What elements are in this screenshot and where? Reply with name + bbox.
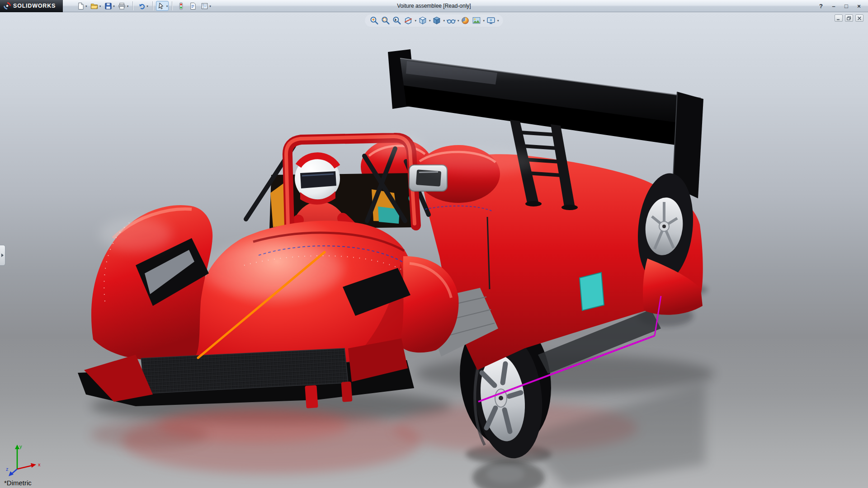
magnified-selection-icon (392, 16, 401, 25)
undo-button[interactable] (137, 1, 146, 10)
view-orientation-label: *Dimetric (4, 479, 32, 487)
help-button[interactable]: ? (816, 1, 826, 11)
document-close-icon (857, 16, 862, 20)
brand-name: SOLIDWORKS (13, 3, 56, 9)
printer-icon (118, 2, 126, 10)
hide-show-items-button[interactable] (446, 15, 456, 26)
race-car-model[interactable] (0, 12, 868, 488)
solidworks-window: SOLIDWORKS ▾ ▾ ▾ ▾ (0, 0, 868, 488)
undo-arrow-icon (138, 2, 146, 10)
options-button[interactable] (200, 1, 209, 10)
featuremanager-collapse-tab[interactable] (0, 245, 5, 266)
z-axis-label: z (6, 466, 9, 472)
open-document-button[interactable] (90, 1, 99, 10)
view-settings-button[interactable] (486, 15, 496, 26)
appearance-ball-icon (461, 16, 470, 25)
save-floppy-icon (104, 2, 112, 10)
expand-arrow-icon (1, 253, 4, 258)
orientation-triad: x y z (5, 443, 44, 476)
open-folder-icon (90, 2, 98, 10)
window-controls: ? – □ × (816, 0, 864, 12)
display-style-icon (432, 16, 441, 25)
graphics-viewport[interactable]: ▾ ▾ ▾ ▾ ▾ ▾ (0, 12, 868, 488)
section-view-button[interactable] (403, 15, 413, 26)
rebuild-button[interactable] (176, 1, 185, 10)
apply-scene-icon (472, 16, 481, 25)
section-view-caret[interactable]: ▾ (415, 19, 416, 22)
zoom-to-fit-button[interactable] (369, 15, 379, 26)
section-view-icon (403, 16, 413, 25)
document-restore-button[interactable] (845, 14, 853, 22)
x-axis (17, 465, 33, 469)
new-document-icon (77, 2, 85, 10)
display-style-button[interactable] (431, 15, 442, 26)
side-teal-panel[interactable] (580, 272, 604, 310)
solidworks-logo: SOLIDWORKS (0, 0, 63, 12)
new-document-button[interactable] (76, 1, 85, 10)
x-axis-label: x (38, 462, 41, 467)
open-dropdown-caret[interactable]: ▾ (99, 5, 101, 8)
print-button[interactable] (118, 1, 127, 10)
file-properties-icon (189, 2, 197, 10)
zoom-to-area-button[interactable] (380, 15, 391, 26)
view-orientation-cube-icon (418, 16, 427, 25)
zoom-to-area-icon (381, 16, 390, 25)
document-close-button[interactable] (855, 14, 863, 22)
minimize-button[interactable]: – (828, 1, 839, 11)
options-sheet-icon (201, 2, 208, 10)
view-settings-icon (486, 16, 495, 25)
view-orientation-caret[interactable]: ▾ (429, 19, 431, 22)
select-cursor-icon (157, 2, 165, 10)
window-title: Voiture assemblee [Read-only] (397, 3, 471, 9)
new-dropdown-caret[interactable]: ▾ (85, 5, 87, 8)
view-settings-caret[interactable]: ▾ (497, 19, 499, 22)
main-toolbar: ▾ ▾ ▾ ▾ ▾ (75, 0, 212, 12)
driver-helmet (295, 156, 340, 205)
view-orientation-button[interactable] (417, 15, 428, 26)
display-style-caret[interactable]: ▾ (443, 19, 445, 22)
undo-dropdown-caret[interactable]: ▾ (146, 5, 148, 8)
options-dropdown-caret[interactable]: ▾ (209, 5, 211, 8)
apply-scene-button[interactable] (472, 15, 482, 26)
save-button[interactable] (104, 1, 113, 10)
toolbar-separator (152, 1, 153, 10)
toolbar-separator (132, 1, 133, 10)
title-bar: SOLIDWORKS ▾ ▾ ▾ ▾ (0, 0, 868, 12)
save-dropdown-caret[interactable]: ▾ (113, 5, 115, 8)
hide-show-caret[interactable]: ▾ (458, 19, 459, 22)
heads-up-view-toolbar: ▾ ▾ ▾ ▾ ▾ ▾ (365, 14, 503, 27)
zoom-to-fit-icon (369, 16, 379, 25)
rebuild-traffic-light-icon (177, 2, 185, 10)
maximize-button[interactable]: □ (841, 1, 852, 11)
document-minimize-icon (836, 16, 841, 20)
y-axis-label: y (19, 444, 22, 449)
select-button[interactable] (157, 1, 166, 10)
hide-show-glasses-icon (446, 16, 456, 25)
edit-appearance-button[interactable] (460, 15, 471, 26)
apply-scene-caret[interactable]: ▾ (483, 19, 485, 22)
file-properties-button[interactable] (188, 1, 197, 10)
document-restore-icon (847, 16, 851, 20)
close-button[interactable]: × (854, 1, 864, 11)
document-minimize-button[interactable] (835, 14, 843, 22)
toolbar-separator (172, 1, 172, 10)
3ds-logo-icon (4, 2, 11, 9)
document-window-controls (835, 14, 863, 22)
select-dropdown-caret[interactable]: ▾ (166, 5, 168, 8)
print-dropdown-caret[interactable]: ▾ (127, 5, 129, 8)
magnified-selection-button[interactable] (392, 15, 402, 26)
